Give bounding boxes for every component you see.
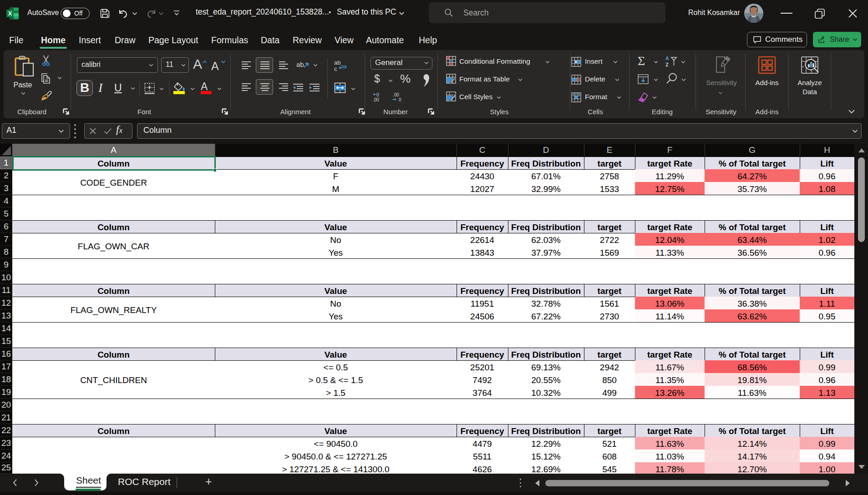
svg-text:.00: .00 (373, 97, 379, 102)
svg-text:ab: ab (334, 59, 340, 66)
svg-text:.00: .00 (393, 92, 399, 97)
svg-text:A: A (665, 56, 669, 61)
svg-text:0: 0 (399, 97, 401, 102)
svg-text:c: c (334, 66, 337, 72)
svg-text:0: 0 (376, 92, 379, 97)
svg-text:ab: ab (296, 61, 304, 68)
svg-text:Z: Z (665, 62, 669, 67)
svg-text:X: X (8, 10, 12, 17)
